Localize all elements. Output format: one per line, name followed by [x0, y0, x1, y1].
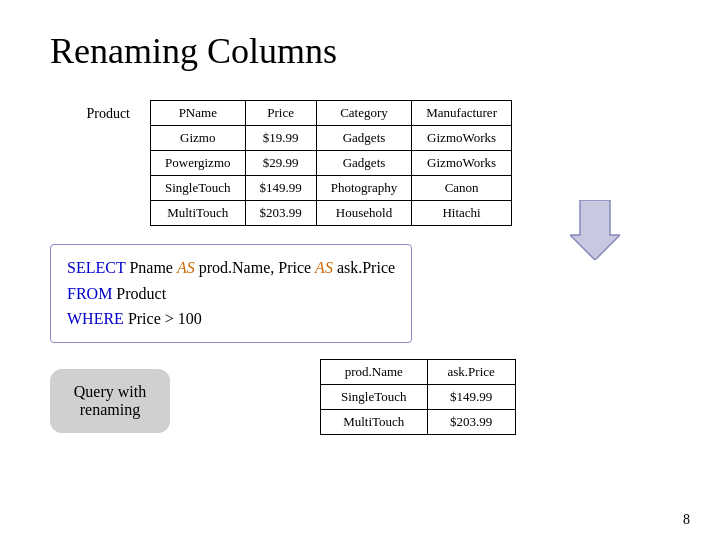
table-row: Powergizmo$29.99GadgetsGizmoWorks	[151, 151, 512, 176]
sql-box: SELECT Pname AS prod.Name, Price AS ask.…	[50, 244, 412, 343]
table-cell: GizmoWorks	[412, 151, 512, 176]
table-row: SingleTouch$149.99	[321, 384, 516, 409]
table-row: SingleTouch$149.99PhotographyCanon	[151, 176, 512, 201]
sql-line-3: WHERE Price > 100	[67, 306, 395, 332]
query-label-line1: Query with	[74, 383, 146, 400]
query-label-line2: renaming	[80, 401, 140, 418]
table-cell: MultiTouch	[321, 409, 428, 434]
table-cell: Household	[316, 201, 411, 226]
table-cell: Canon	[412, 176, 512, 201]
table-cell: Gadgets	[316, 151, 411, 176]
sql-askprice: ask.Price	[333, 259, 395, 276]
sql-pname: Pname	[125, 259, 177, 276]
sql-line-2: FROM Product	[67, 281, 395, 307]
table-cell: MultiTouch	[151, 201, 246, 226]
sql-where-rest: Price > 100	[124, 310, 202, 327]
table-cell: $149.99	[427, 384, 515, 409]
table-cell: $203.99	[427, 409, 515, 434]
sql-prodname: prod.Name, Price	[195, 259, 315, 276]
result-area: prod.Name ask.Price SingleTouch$149.99Mu…	[200, 359, 516, 435]
page-title: Renaming Columns	[50, 30, 670, 72]
arrow-down-icon	[570, 200, 620, 260]
table-cell: Hitachi	[412, 201, 512, 226]
table-cell: Photography	[316, 176, 411, 201]
table-cell: Powergizmo	[151, 151, 246, 176]
col-header-category: Category	[316, 101, 411, 126]
slide: Renaming Columns Product PName Price Cat…	[0, 0, 720, 540]
from-keyword: FROM	[67, 285, 112, 302]
result-col-prodname: prod.Name	[321, 359, 428, 384]
svg-marker-0	[570, 200, 620, 260]
result-table: prod.Name ask.Price SingleTouch$149.99Mu…	[320, 359, 516, 435]
table-row: MultiTouch$203.99	[321, 409, 516, 434]
table-cell: $149.99	[245, 176, 316, 201]
query-label: Query with renaming	[50, 369, 170, 433]
table-cell: $19.99	[245, 126, 316, 151]
result-col-askprice: ask.Price	[427, 359, 515, 384]
page-number: 8	[683, 512, 690, 528]
bottom-section: Query with renaming prod.Name ask.Price …	[50, 359, 670, 435]
col-header-manufacturer: Manufacturer	[412, 101, 512, 126]
select-keyword: SELECT	[67, 259, 125, 276]
where-keyword: WHERE	[67, 310, 124, 327]
table-cell: $29.99	[245, 151, 316, 176]
sql-line-1: SELECT Pname AS prod.Name, Price AS ask.…	[67, 255, 395, 281]
main-table: PName Price Category Manufacturer Gizmo$…	[150, 100, 512, 226]
as2-keyword: AS	[315, 259, 333, 276]
col-header-price: Price	[245, 101, 316, 126]
table-cell: SingleTouch	[321, 384, 428, 409]
sql-from-rest: Product	[112, 285, 166, 302]
table-cell: $203.99	[245, 201, 316, 226]
product-label: Product	[50, 100, 130, 122]
table-cell: GizmoWorks	[412, 126, 512, 151]
as1-keyword: AS	[177, 259, 195, 276]
col-header-pname: PName	[151, 101, 246, 126]
table-cell: Gadgets	[316, 126, 411, 151]
table-cell: SingleTouch	[151, 176, 246, 201]
table-cell: Gizmo	[151, 126, 246, 151]
table-row: MultiTouch$203.99HouseholdHitachi	[151, 201, 512, 226]
table-row: Gizmo$19.99GadgetsGizmoWorks	[151, 126, 512, 151]
